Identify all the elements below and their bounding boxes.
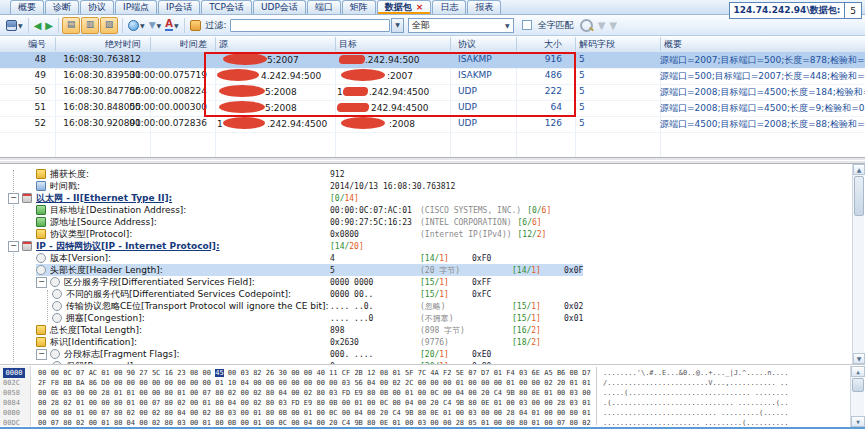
hex-byte[interactable]: 80	[215, 409, 223, 417]
hex-byte[interactable]: 00	[139, 389, 147, 397]
hex-offset[interactable]: 0000	[3, 368, 25, 378]
hex-byte[interactable]: 00	[241, 389, 249, 397]
hex-byte[interactable]: 00	[190, 389, 198, 397]
hex-byte[interactable]: 00	[291, 419, 299, 427]
hex-byte[interactable]: 00	[380, 379, 388, 387]
hex-byte[interactable]: 23	[177, 369, 185, 377]
hex-byte[interactable]: 45	[215, 369, 223, 377]
decode-row[interactable]: 捕获长度:912	[0, 168, 865, 180]
decode-row[interactable]: 传输协议忽略CE位[Transport Protocol will ignore…	[0, 300, 865, 312]
hex-byte[interactable]: F4	[506, 369, 514, 377]
hex-byte[interactable]: 0E	[532, 389, 540, 397]
hex-byte[interactable]: 30	[278, 369, 286, 377]
hex-byte[interactable]: 02	[253, 389, 261, 397]
hex-byte[interactable]: 9B	[506, 389, 514, 397]
hex-byte[interactable]: 4A	[430, 369, 438, 377]
hex-byte[interactable]: 03	[177, 419, 185, 427]
hex-byte[interactable]: 07	[51, 419, 59, 427]
hex-byte[interactable]: 80	[165, 399, 173, 407]
hex-byte[interactable]: 80	[266, 409, 274, 417]
hex-byte[interactable]: 00	[291, 389, 299, 397]
hex-byte[interactable]: 00	[89, 399, 97, 407]
hex-byte[interactable]: 5C	[152, 369, 160, 377]
hex-byte[interactable]: 01	[101, 419, 109, 427]
hex-byte[interactable]: 01	[304, 409, 312, 417]
hex-byte[interactable]: 01	[76, 409, 84, 417]
pane-splitter[interactable]	[0, 157, 865, 164]
hex-byte[interactable]: 00	[544, 409, 552, 417]
hex-byte[interactable]: 0B	[570, 369, 578, 377]
hex-byte[interactable]: 00	[101, 399, 109, 407]
hex-byte[interactable]: 00	[114, 369, 122, 377]
hex-byte[interactable]: 07	[468, 369, 476, 377]
hex-byte[interactable]: 02	[544, 379, 552, 387]
hex-byte[interactable]: 00	[51, 409, 59, 417]
hex-byte[interactable]: 04	[241, 379, 249, 387]
packet-row-52[interactable]: 5216:08:30.92089100:00:00.0728361.242.94…	[0, 116, 865, 133]
next-packet-button[interactable]: ▶	[43, 17, 55, 34]
hex-byte[interactable]: 0B	[278, 409, 286, 417]
hex-byte[interactable]: 80	[418, 409, 426, 417]
hex-byte[interactable]: 02	[76, 419, 84, 427]
scroll-down-icon[interactable]: ▼	[851, 416, 865, 427]
hex-byte[interactable]: C4	[392, 409, 400, 417]
hex-byte[interactable]: 03	[278, 399, 286, 407]
hex-byte[interactable]: 28	[101, 389, 109, 397]
hex-byte[interactable]: 03	[519, 369, 527, 377]
hex-byte[interactable]: 04	[354, 409, 362, 417]
hex-byte[interactable]: CF	[342, 369, 350, 377]
hex-byte[interactable]: D7	[481, 369, 489, 377]
hex-byte[interactable]: F2	[443, 369, 451, 377]
apply-filter-icon[interactable]: ▼	[609, 20, 617, 31]
hex-byte[interactable]: 00	[38, 419, 46, 427]
hex-byte[interactable]: 02	[177, 399, 185, 407]
hex-byte[interactable]: 03	[228, 409, 236, 417]
hex-byte[interactable]: 80	[570, 419, 578, 427]
hex-byte[interactable]: 00	[316, 409, 324, 417]
hex-byte[interactable]: 05	[468, 419, 476, 427]
hex-byte[interactable]: 00	[38, 369, 46, 377]
hex-byte[interactable]: 00	[304, 369, 312, 377]
hex-byte[interactable]: 2F	[38, 379, 46, 387]
column-divider[interactable]	[450, 37, 451, 51]
hex-byte[interactable]: 02	[228, 389, 236, 397]
hex-byte[interactable]: 11	[329, 369, 337, 377]
hex-byte[interactable]: 01	[76, 399, 84, 407]
hex-byte[interactable]: BA	[76, 379, 84, 387]
decode-row[interactable]: −以太网 - II[Ethernet Type II]:[0/14]	[0, 192, 858, 204]
decode-row[interactable]: −区分服务字段[Differentiated Services Field]:0…	[0, 276, 865, 288]
hex-byte[interactable]: 80	[468, 399, 476, 407]
hex-byte[interactable]: 80	[63, 419, 71, 427]
hex-byte[interactable]: 5F	[405, 369, 413, 377]
hex-byte[interactable]: 01	[443, 409, 451, 417]
column-header-dec[interactable]: 解码字段	[579, 38, 615, 51]
hex-byte[interactable]: 04	[278, 389, 286, 397]
hex-byte[interactable]: 00	[291, 379, 299, 387]
column-header-size[interactable]: 大小	[544, 38, 562, 51]
packet-row-49[interactable]: 4916:08:30.83953100:00:00.0757194.242.94…	[0, 68, 865, 85]
hex-byte[interactable]: 01	[494, 369, 502, 377]
hex-byte[interactable]: 04	[519, 409, 527, 417]
hex-byte[interactable]: D7	[582, 369, 590, 377]
hex-byte[interactable]: 0E	[51, 389, 59, 397]
hex-byte[interactable]: 01	[203, 399, 211, 407]
hex-byte[interactable]: 01	[582, 379, 590, 387]
hex-byte[interactable]: 80	[570, 409, 578, 417]
hex-byte[interactable]: 00	[392, 399, 400, 407]
hex-byte[interactable]: 01	[127, 399, 135, 407]
hex-byte[interactable]: 28	[506, 409, 514, 417]
column-header-summary[interactable]: 概要	[664, 38, 682, 51]
scroll-up-icon[interactable]: ▲	[851, 366, 865, 377]
hex-byte[interactable]: 26	[266, 369, 274, 377]
tab-IP端点[interactable]: IP端点	[115, 0, 157, 14]
decode-row[interactable]: 源地址[Source Address]:00:90:27:5C:16:23(IN…	[0, 216, 865, 228]
tab-诊断[interactable]: 诊断	[45, 0, 79, 14]
hex-byte[interactable]: 04	[177, 409, 185, 417]
collapse-toggle[interactable]: −	[8, 241, 19, 252]
hex-byte[interactable]: 01	[114, 389, 122, 397]
hex-byte[interactable]: 00	[481, 409, 489, 417]
hex-byte[interactable]: 86	[89, 379, 97, 387]
hex-byte[interactable]: 9B	[405, 409, 413, 417]
hex-offset[interactable]: 00DC	[3, 418, 25, 428]
hex-byte[interactable]: 01	[544, 389, 552, 397]
